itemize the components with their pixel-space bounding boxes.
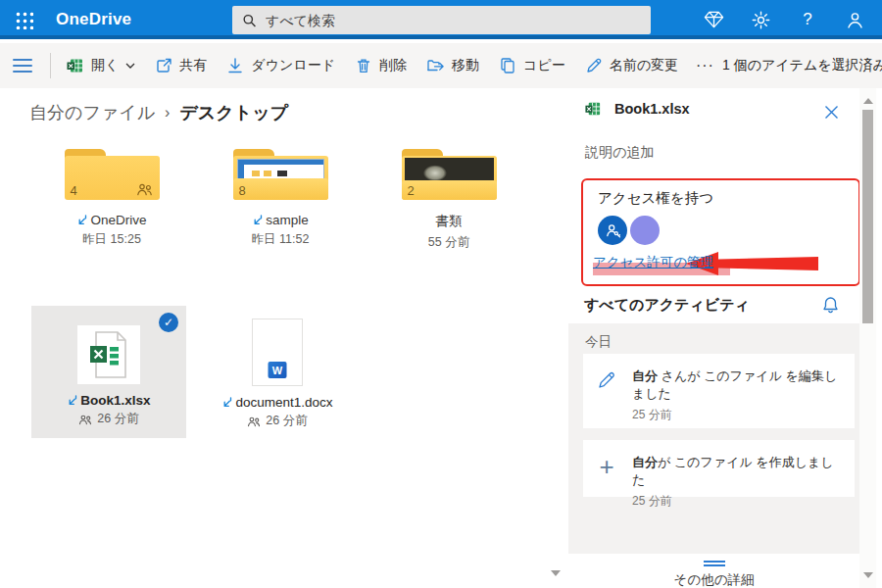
breadcrumb-separator: ›	[165, 104, 170, 122]
more-details-label: その他の詳細	[674, 571, 755, 588]
add-description-field[interactable]: 説明の追加	[585, 144, 654, 162]
copy-button[interactable]: コピー	[489, 43, 575, 88]
share-button[interactable]: 共有	[145, 43, 217, 88]
ellipsis-icon: ···	[696, 57, 714, 74]
scrollbar-thumb[interactable]	[862, 110, 873, 323]
file-tile-document1[interactable]: W document1.docx 26 分前	[200, 306, 355, 438]
help-icon: ?	[803, 10, 811, 29]
delete-label: 削除	[379, 57, 407, 74]
shortcut-icon	[67, 395, 78, 407]
file-time: 26 分前	[97, 411, 138, 427]
word-file-thumbnail: W	[252, 318, 303, 386]
details-scrollbar[interactable]	[859, 88, 876, 588]
diamond-icon	[704, 10, 724, 29]
person-icon	[845, 10, 865, 30]
details-panel: Book1.xlsx 説明の追加 アクセス権を持つ アクセス許可の管理 すべての…	[568, 88, 882, 588]
activity-body: 自分が このファイル を作成しました 25 分前	[632, 454, 843, 485]
folder-name-row: sample	[252, 213, 309, 227]
premium-button[interactable]	[690, 0, 737, 39]
breadcrumb: 自分のファイル › デスクトップ	[29, 101, 288, 124]
activity-icon-wrap: +	[593, 454, 620, 485]
help-button[interactable]: ?	[784, 0, 831, 39]
selection-status: 1 個のアイテムを選択済み	[722, 57, 882, 74]
file-tile-book1[interactable]: ✓ Book1.xlsx 26 分前	[31, 306, 186, 438]
waffle-icon	[15, 11, 33, 29]
drag-handle-icon	[704, 559, 725, 568]
folder-date: 昨日 15:25	[82, 231, 141, 248]
manage-access-link[interactable]: アクセス許可の管理	[593, 255, 713, 270]
scrollbar-up-button[interactable]	[859, 94, 876, 108]
pencil-icon	[585, 57, 603, 74]
folder-name: sample	[266, 213, 309, 227]
bell-icon	[822, 296, 839, 314]
search-box[interactable]	[232, 6, 651, 34]
notifications-button[interactable]	[817, 292, 843, 318]
shortcut-icon	[221, 397, 233, 409]
main-scrollbar-down[interactable]	[547, 566, 564, 580]
file-row: ✓ Book1.xlsx 26 分前	[31, 306, 355, 438]
activity-item-created[interactable]: + 自分が このファイル を作成しました 25 分前	[583, 440, 855, 497]
folder-name-row: OneDrive	[76, 213, 146, 227]
folder-tile-onedrive[interactable]: 4 OneDrive 昨日 15:25	[27, 149, 196, 251]
manage-access-avatar[interactable]	[598, 216, 627, 245]
details-panel-header: Book1.xlsx	[584, 100, 843, 118]
settings-button[interactable]	[737, 0, 784, 39]
toolbar-divider	[50, 53, 51, 78]
file-name: document1.docx	[235, 395, 332, 410]
shortcut-icon	[76, 215, 88, 226]
header-actions: ?	[690, 0, 878, 39]
activity-list-background: 今日 自分 さんが このファイル を編集しました 25 分前 + 自分が このフ…	[568, 323, 859, 554]
search-input[interactable]	[266, 13, 641, 28]
trash-icon	[355, 57, 372, 74]
move-button[interactable]: 移動	[416, 43, 489, 88]
user-avatar[interactable]	[630, 216, 660, 245]
file-meta: 26 分前	[247, 413, 307, 429]
download-button[interactable]: ダウンロード	[217, 43, 345, 88]
folder-tile-sample[interactable]: 8 sample 昨日 11:52	[196, 149, 365, 251]
folder-date: 昨日 11:52	[252, 231, 310, 248]
file-name: Book1.xlsx	[80, 393, 150, 408]
copy-icon	[499, 57, 516, 74]
plus-icon: +	[599, 457, 613, 485]
suite-header: OneDrive ?	[0, 0, 882, 39]
rename-button[interactable]: 名前の変更	[575, 43, 688, 88]
nav-toggle-button[interactable]	[0, 43, 45, 88]
shared-people-icon	[78, 414, 92, 425]
activity-time: 25 分前	[632, 493, 843, 510]
details-panel-title: Book1.xlsx	[614, 101, 690, 117]
selected-check-icon[interactable]: ✓	[159, 313, 178, 332]
file-name-row: document1.docx	[221, 395, 332, 410]
files-area: 自分のファイル › デスクトップ 4 OneDrive 昨日 15:25	[0, 88, 568, 588]
app-launcher-button[interactable]	[0, 0, 47, 39]
file-name-row: Book1.xlsx	[67, 393, 150, 408]
folder-icon: 2	[402, 149, 497, 200]
rename-label: 名前の変更	[610, 57, 678, 74]
excel-file-icon	[86, 330, 131, 379]
activity-actor: 自分	[632, 455, 658, 469]
scrollbar-down-button[interactable]	[859, 568, 876, 582]
folder-icon: 8	[233, 149, 328, 200]
breadcrumb-my-files[interactable]: 自分のファイル	[29, 101, 155, 124]
account-button[interactable]	[831, 0, 878, 39]
open-label: 開く	[91, 57, 119, 74]
folder-item-count: 2	[408, 183, 415, 198]
folder-tile-documents[interactable]: 2 書類 55 分前	[365, 149, 533, 251]
more-details-button[interactable]: その他の詳細	[568, 554, 859, 588]
details-close-button[interactable]	[817, 98, 845, 125]
shared-people-icon	[247, 416, 261, 427]
activity-text: 自分 さんが このファイル を編集しました	[632, 368, 843, 403]
more-commands-button[interactable]: ···	[688, 43, 722, 88]
shared-people-icon	[136, 182, 153, 196]
folder-name-row: 書類	[436, 213, 463, 230]
move-to-icon	[426, 57, 445, 74]
open-button[interactable]: 開く	[56, 43, 145, 88]
has-access-heading: アクセス権を持つ	[598, 189, 713, 208]
delete-button[interactable]: 削除	[345, 43, 416, 88]
activity-action: が このファイル を作成しました	[632, 455, 834, 487]
activity-group-today: 今日	[585, 333, 612, 351]
hamburger-icon	[13, 55, 32, 76]
shortcut-icon	[252, 215, 264, 226]
download-label: ダウンロード	[251, 57, 335, 74]
excel-icon	[66, 57, 84, 74]
activity-item-edited[interactable]: 自分 さんが このファイル を編集しました 25 分前	[583, 354, 855, 428]
